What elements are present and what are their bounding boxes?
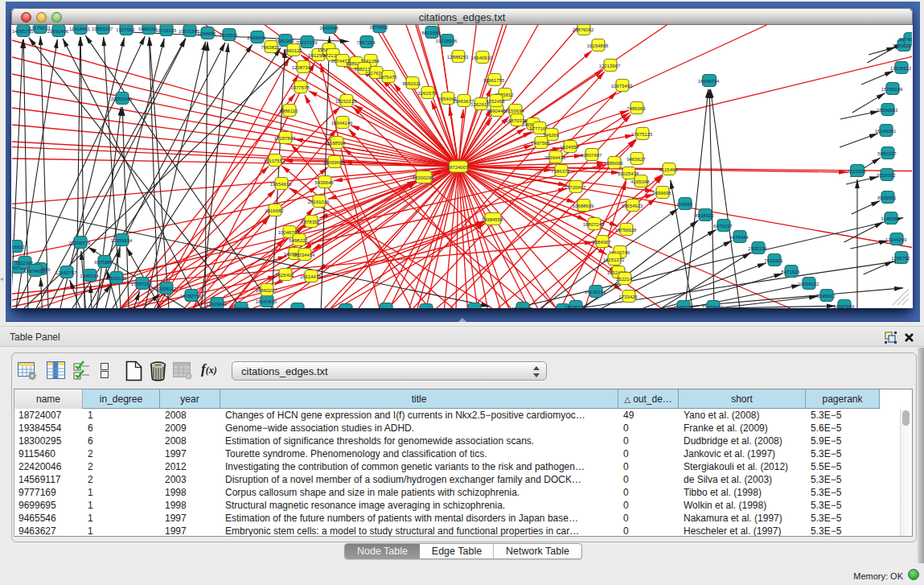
svg-text:5219822: 5219822 (12, 245, 25, 249)
svg-text:9463627: 9463627 (626, 157, 646, 162)
svg-text:6497568: 6497568 (531, 141, 550, 146)
svg-text:20161026: 20161026 (308, 200, 330, 204)
svg-text:16154808: 16154808 (587, 43, 609, 48)
svg-text:19384554: 19384554 (482, 217, 503, 222)
svg-text:8990448: 8990448 (487, 109, 506, 113)
svg-text:9115460: 9115460 (659, 167, 679, 172)
svg-text:9975887: 9975887 (94, 260, 113, 265)
svg-text:5060227: 5060227 (877, 151, 897, 156)
svg-text:8986110: 8986110 (280, 109, 299, 113)
svg-text:5439648: 5439648 (314, 180, 334, 185)
svg-text:5308102: 5308102 (231, 307, 250, 309)
svg-text:20037339: 20037339 (296, 40, 318, 45)
svg-text:9034686: 9034686 (197, 31, 216, 36)
svg-text:7389096: 7389096 (604, 161, 623, 166)
svg-text:20206576: 20206576 (69, 241, 91, 245)
svg-text:17957255: 17957255 (131, 282, 153, 286)
svg-text:7386372: 7386372 (551, 169, 570, 174)
svg-text:10654122: 10654122 (798, 282, 819, 286)
svg-text:8682011: 8682011 (403, 81, 422, 86)
svg-text:14387959: 14387959 (833, 304, 855, 309)
svg-text:8539591: 8539591 (877, 196, 897, 200)
svg-text:7515526: 7515526 (219, 33, 238, 38)
svg-text:6540741: 6540741 (335, 308, 355, 309)
svg-text:9245612: 9245612 (816, 294, 836, 299)
svg-text:9699695: 9699695 (652, 191, 671, 196)
svg-text:9318332: 9318332 (877, 173, 896, 178)
svg-text:18300295: 18300295 (413, 175, 434, 180)
svg-text:15463677: 15463677 (453, 99, 474, 104)
svg-text:20364436: 20364436 (544, 155, 566, 160)
svg-text:3642648: 3642648 (319, 26, 339, 31)
svg-text:4165048: 4165048 (630, 179, 650, 184)
svg-text:7749509: 7749509 (673, 305, 692, 309)
svg-text:16107552: 16107552 (264, 159, 285, 163)
svg-text:20053346: 20053346 (111, 97, 133, 101)
svg-text:12344269: 12344269 (885, 237, 907, 242)
svg-text:12087340: 12087340 (292, 65, 314, 70)
svg-text:8660123: 8660123 (283, 48, 302, 53)
svg-text:1345194: 1345194 (80, 274, 99, 278)
svg-text:20876062: 20876062 (573, 27, 594, 32)
svg-text:5878352: 5878352 (301, 220, 320, 225)
svg-text:7857224: 7857224 (356, 40, 376, 45)
svg-text:19756928: 19756928 (615, 228, 637, 233)
svg-text:7632621: 7632621 (764, 258, 783, 263)
svg-text:19093688: 19093688 (323, 160, 345, 165)
svg-text:12923446: 12923446 (206, 302, 228, 307)
svg-text:13529912: 13529912 (890, 66, 912, 71)
svg-text:18724007: 18724007 (447, 165, 469, 170)
svg-text:1916682: 1916682 (265, 208, 284, 213)
svg-text:15720407: 15720407 (565, 185, 586, 190)
svg-text:11318461: 11318461 (69, 27, 91, 31)
svg-text:8471626: 8471626 (781, 270, 800, 274)
svg-text:16149361: 16149361 (875, 129, 897, 134)
svg-text:2943646: 2943646 (247, 35, 266, 40)
svg-text:10344146: 10344146 (331, 121, 353, 126)
svg-text:8938923: 8938923 (695, 213, 714, 218)
svg-text:19448347: 19448347 (286, 307, 308, 309)
svg-text:7663822: 7663822 (261, 45, 280, 50)
svg-text:9384067: 9384067 (592, 240, 611, 245)
svg-text:3148352: 3148352 (881, 216, 900, 221)
svg-text:16782759: 16782759 (180, 294, 202, 299)
svg-text:16640910: 16640910 (471, 56, 493, 60)
svg-text:164095: 164095 (676, 202, 693, 207)
svg-text:8813054: 8813054 (421, 31, 441, 35)
svg-text:18252216: 18252216 (335, 99, 357, 104)
svg-text:19218506: 19218506 (436, 39, 458, 43)
svg-text:10688609: 10688609 (573, 204, 594, 208)
svg-text:19654933: 19654933 (270, 182, 292, 187)
svg-text:9474444: 9474444 (729, 235, 749, 240)
svg-text:17975125: 17975125 (631, 132, 653, 137)
svg-text:12888253: 12888253 (447, 55, 469, 60)
svg-text:16860207: 16860207 (256, 288, 277, 293)
svg-text:15198153: 15198153 (511, 307, 533, 309)
svg-text:9893824: 9893824 (376, 307, 395, 309)
svg-text:1705792: 1705792 (891, 256, 910, 261)
svg-text:12213967: 12213967 (599, 64, 621, 68)
svg-text:12359934: 12359934 (111, 238, 133, 243)
svg-text:18874652: 18874652 (24, 269, 46, 274)
svg-text:9153634: 9153634 (505, 109, 524, 113)
svg-text:16914479: 16914479 (300, 274, 322, 279)
svg-text:3874052: 3874052 (369, 25, 388, 30)
svg-text:7485063: 7485063 (626, 106, 646, 111)
svg-text:11459463: 11459463 (702, 305, 724, 309)
svg-text:16151372: 16151372 (603, 257, 625, 262)
svg-text:20334454: 20334454 (294, 253, 315, 257)
svg-text:15700199: 15700199 (881, 87, 903, 92)
svg-text:14136141: 14136141 (585, 290, 606, 295)
svg-text:16947830: 16947830 (256, 299, 277, 304)
svg-text:9082309: 9082309 (275, 39, 294, 43)
svg-text:2935134: 2935134 (748, 246, 767, 251)
svg-text:7625402: 7625402 (275, 273, 294, 278)
svg-text:252214: 252214 (616, 277, 633, 282)
svg-text:18366963: 18366963 (877, 108, 898, 113)
svg-text:20740364: 20740364 (899, 37, 912, 42)
svg-text:1327602: 1327602 (116, 27, 135, 32)
svg-text:6479197: 6479197 (713, 224, 733, 229)
svg-text:1624554: 1624554 (560, 145, 579, 150)
svg-text:8188594: 8188594 (326, 141, 346, 146)
svg-text:19095773: 19095773 (565, 305, 586, 309)
